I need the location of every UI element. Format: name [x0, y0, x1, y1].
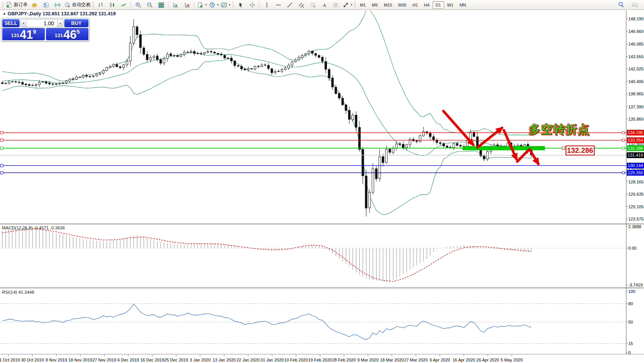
volume-input[interactable]: 1.00	[27, 20, 57, 27]
crosshair-button[interactable]	[247, 1, 258, 9]
label-icon: T	[333, 2, 339, 8]
timeframe-m30-button[interactable]: M30	[395, 1, 409, 9]
fibonacci-button[interactable]: F	[307, 1, 319, 9]
toolbar-drag-handle[interactable]	[354, 2, 356, 8]
ask-price-panel[interactable]: 131 46 5	[46, 28, 88, 40]
line-chart-button[interactable]	[118, 1, 129, 9]
trend-arrow[interactable]	[443, 111, 473, 145]
dropdown-caret-icon[interactable]: ▾	[229, 3, 230, 7]
toolbar-separator	[259, 2, 260, 8]
journal-button[interactable]	[29, 1, 40, 9]
support-zone-rect[interactable]	[463, 146, 545, 150]
sell-button[interactable]: SELL	[2, 19, 20, 27]
line-handle[interactable]	[0, 131, 3, 134]
candlestick-chart-button[interactable]	[106, 1, 118, 9]
bid-price-panel[interactable]: 131 41 9	[2, 28, 45, 40]
profiles-menu-button[interactable]: ▾	[208, 1, 220, 9]
text-label-button[interactable]: T	[330, 1, 342, 9]
equidistant-channel-button[interactable]: E	[296, 1, 307, 9]
svg-text:137.390: 137.390	[628, 105, 644, 109]
svg-text:138.965: 138.965	[628, 92, 644, 96]
zoom-out-icon	[147, 2, 153, 8]
autotrading-button[interactable]: 自动交易	[63, 1, 92, 9]
line-handle[interactable]	[622, 147, 624, 149]
indicators-icon	[221, 2, 227, 8]
chat-button[interactable]	[629, 1, 641, 9]
tile-windows-button[interactable]	[155, 1, 167, 9]
dropdown-caret-icon[interactable]: ▾	[205, 3, 207, 7]
toolbar-drag-handle[interactable]	[2, 2, 4, 8]
trend-arrow[interactable]	[517, 150, 529, 162]
macd-signal-line	[2, 229, 531, 281]
svg-text:21 Oct 2019: 21 Oct 2019	[0, 358, 20, 362]
search-button[interactable]	[615, 1, 627, 9]
text-button[interactable]: A	[319, 1, 330, 9]
svg-text:134.195: 134.195	[628, 130, 643, 135]
timeframe-m1-button[interactable]: M1	[357, 1, 369, 9]
cursor-icon	[238, 2, 244, 8]
signals-button[interactable]	[52, 1, 63, 9]
shapes-button[interactable]: ▾	[342, 1, 353, 9]
timeframe-d1-button[interactable]: D1	[433, 1, 444, 9]
dropdown-caret-icon[interactable]: ▾	[351, 3, 352, 7]
svg-text:-3.7419: -3.7419	[628, 283, 642, 287]
timeframe-h1-button[interactable]: H1	[409, 1, 421, 9]
line-handle[interactable]	[0, 139, 3, 142]
profiles-button[interactable]	[40, 1, 52, 9]
cursor-button[interactable]	[235, 1, 247, 9]
bid-price-pip: 9	[33, 28, 36, 35]
bar-chart-button[interactable]	[95, 1, 106, 9]
svg-text:18 Nov 2019: 18 Nov 2019	[69, 358, 92, 362]
timeframe-w1-button[interactable]: W1	[444, 1, 457, 9]
toolbar-drag-handle[interactable]	[92, 2, 94, 8]
trend-arrow[interactable]	[530, 149, 538, 164]
svg-text:31 Jan 2020: 31 Jan 2020	[260, 358, 284, 362]
volume-increase-button[interactable]: ▲	[57, 20, 63, 27]
trend-arrow[interactable]	[477, 128, 502, 147]
timeframe-h4-button[interactable]: H4	[421, 1, 433, 9]
turning-point-annotation[interactable]: 多空转折点	[529, 122, 590, 137]
buy-button[interactable]: BUY	[64, 19, 88, 27]
ask-price-pip: 5	[77, 28, 80, 35]
new-order-button[interactable]: 新订单	[5, 1, 29, 9]
main-toolbar: 新订单自动交易▾▾▾EFAT▾M1M5M15M30H1H4D1W1MN	[0, 0, 644, 10]
indicators-window-button[interactable]: ▾	[220, 1, 232, 9]
chart-shift-button[interactable]	[181, 1, 193, 9]
svg-text:A: A	[323, 2, 326, 8]
ask-price-prefix: 131	[55, 33, 63, 38]
trend-arrow-annotations[interactable]	[443, 111, 538, 164]
timeframe-mn-button[interactable]: MN	[456, 1, 469, 9]
auto-scroll-button[interactable]	[170, 1, 181, 9]
shapes-icon	[343, 2, 349, 8]
new-chart-button[interactable]: ▾	[196, 1, 208, 9]
bid-price-prefix: 131	[11, 33, 20, 38]
dropdown-caret-icon[interactable]: ▾	[217, 3, 219, 7]
zoom-out-button[interactable]	[144, 1, 155, 9]
timeframe-m15-button[interactable]: M15	[381, 1, 395, 9]
line-handle[interactable]	[0, 164, 3, 167]
vertical-line-button[interactable]	[261, 1, 273, 9]
price-level-label[interactable]: 132.286	[566, 146, 595, 155]
volume-decrease-button[interactable]: ▼	[21, 20, 27, 27]
svg-text:80: 80	[628, 301, 633, 306]
svg-text:10 Feb 2020: 10 Feb 2020	[284, 358, 308, 362]
svg-text:22 Jan 2020: 22 Jan 2020	[237, 358, 260, 362]
svg-text:132.286: 132.286	[628, 146, 643, 150]
chart-canvas[interactable]: 148.190146.660145.085143.555142.025140.4…	[0, 0, 644, 363]
text-icon: A	[321, 2, 327, 8]
toolbar-drag-handle[interactable]	[232, 2, 234, 8]
line-handle[interactable]	[622, 172, 624, 174]
trend-line-button[interactable]	[284, 1, 296, 9]
line-handle[interactable]	[0, 172, 3, 174]
timeframe-m5-button[interactable]: M5	[369, 1, 381, 9]
line-handle[interactable]	[622, 131, 624, 134]
collapse-objects-icon[interactable]: ▲	[3, 11, 6, 15]
zoom-in-button[interactable]	[132, 1, 144, 9]
rsi-pane	[0, 304, 626, 343]
price-label-anchor[interactable]	[562, 147, 565, 149]
line-handle[interactable]	[622, 139, 624, 141]
svg-text:3 Jan 2020: 3 Jan 2020	[190, 358, 211, 362]
horizontal-line-button[interactable]	[273, 1, 284, 9]
macd-label: MACD(12,26,9) -0.4571 -0.3636	[2, 226, 65, 230]
line-handle[interactable]	[0, 147, 3, 149]
